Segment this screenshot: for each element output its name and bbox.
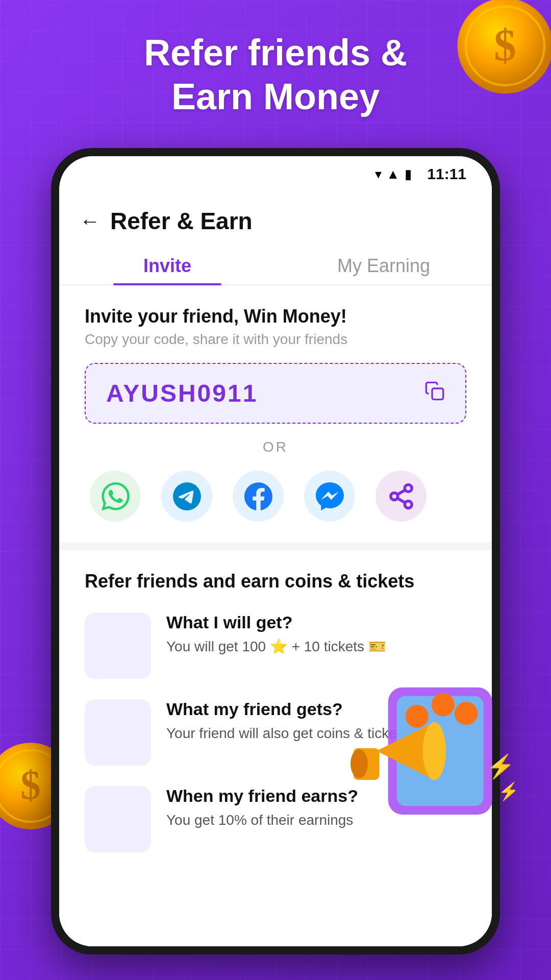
info-icon-placeholder-3 <box>85 786 151 852</box>
copy-icon[interactable] <box>424 381 445 406</box>
app-content: ← Refer & Earn Invite My Earning Invite … <box>59 192 492 946</box>
facebook-share-button[interactable] <box>233 471 284 522</box>
tab-my-earning[interactable]: My Earning <box>276 245 492 284</box>
top-bar: ← Refer & Earn <box>59 192 492 245</box>
info-text-1: What I will get? You will get 100 ⭐ + 10… <box>166 612 466 656</box>
svg-line-13 <box>397 489 405 494</box>
info-icon-placeholder-2 <box>85 699 151 766</box>
battery-icon: ▮ <box>405 166 412 182</box>
phone-frame: ▾ ▲ ▮ 11:11 ← Refer & Earn Invite My Ear… <box>51 148 500 954</box>
wifi-icon: ▾ <box>375 166 382 182</box>
page-title: Refer & Earn <box>110 207 253 235</box>
more-share-button[interactable] <box>375 471 427 522</box>
telegram-share-button[interactable] <box>161 471 212 522</box>
tab-invite[interactable]: Invite <box>59 245 276 284</box>
svg-point-16 <box>406 705 429 728</box>
referral-code-box[interactable]: AYUSH0911 <box>85 363 466 424</box>
svg-line-12 <box>397 498 405 502</box>
svg-point-22 <box>350 749 368 778</box>
share-buttons-row <box>85 471 466 522</box>
earn-section-title: Refer friends and earn coins & tickets <box>85 571 466 592</box>
svg-point-17 <box>432 693 455 716</box>
whatsapp-share-button[interactable] <box>90 471 141 522</box>
svg-point-10 <box>390 493 397 500</box>
svg-text:⚡: ⚡ <box>486 752 515 780</box>
svg-point-21 <box>423 722 446 780</box>
signal-icon: ▲ <box>387 166 400 182</box>
invite-subtitle: Copy your code, share it with your frien… <box>85 331 466 348</box>
svg-rect-8 <box>432 388 443 400</box>
svg-point-11 <box>405 501 412 508</box>
svg-point-9 <box>405 484 412 492</box>
svg-point-18 <box>455 702 478 725</box>
info-icon-placeholder-1 <box>85 612 151 679</box>
section-separator <box>59 542 492 550</box>
status-icons: ▾ ▲ ▮ 11:11 <box>375 165 466 183</box>
header-title: Refer friends & Earn Money <box>0 31 551 119</box>
svg-text:⚡: ⚡ <box>498 781 515 802</box>
info-heading-1: What I will get? <box>166 612 466 632</box>
megaphone-decoration: ⚡ ⚡ <box>342 658 515 832</box>
back-button[interactable]: ← <box>80 210 100 233</box>
svg-text:$: $ <box>20 763 41 807</box>
header-section: Refer friends & Earn Money <box>0 31 551 119</box>
invite-section: Invite your friend, Win Money! Copy your… <box>59 285 492 542</box>
or-divider: OR <box>85 439 466 455</box>
referral-code-text: AYUSH0911 <box>106 379 258 407</box>
tabs-container: Invite My Earning <box>59 245 492 285</box>
status-time: 11:11 <box>427 165 466 183</box>
invite-title: Invite your friend, Win Money! <box>85 306 466 327</box>
status-bar: ▾ ▲ ▮ 11:11 <box>59 156 492 192</box>
info-desc-1: You will get 100 ⭐ + 10 tickets 🎫 <box>166 636 466 656</box>
messenger-share-button[interactable] <box>304 471 355 522</box>
